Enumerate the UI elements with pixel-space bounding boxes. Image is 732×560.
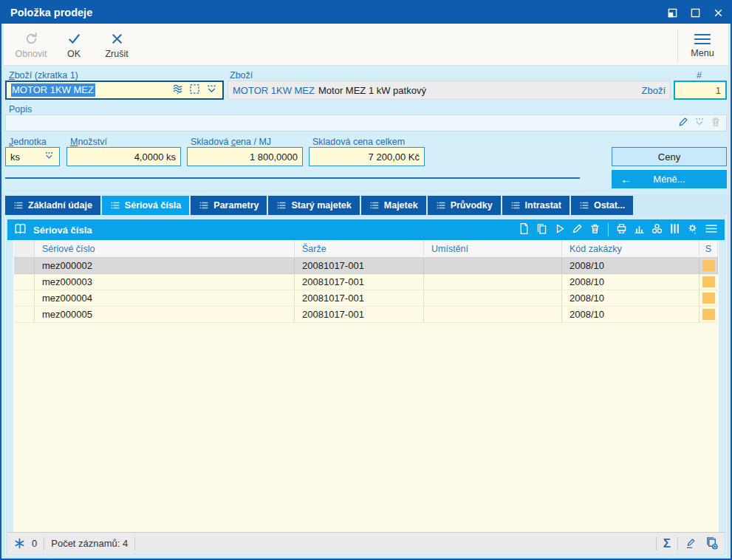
refresh-button[interactable]: Obnovit (10, 27, 52, 64)
row-selector-cell[interactable] (14, 258, 35, 274)
stock-layers-icon[interactable] (171, 83, 184, 98)
total-cost-value: 7 200,00 Kč (369, 151, 420, 163)
tab-ostatni[interactable]: Ostat... (571, 196, 633, 215)
status-divider (656, 537, 657, 550)
less-button[interactable]: ← Méně... (612, 170, 727, 188)
description-input[interactable] (5, 115, 727, 132)
description-dropdown-icon[interactable] (694, 116, 705, 130)
row-number-label: # (697, 70, 702, 81)
quick-edit-icon[interactable] (685, 537, 697, 550)
batch-cell[interactable]: 20081017-001 (295, 274, 424, 290)
tab-seriova-cisla[interactable]: Sériová čísla (102, 196, 189, 215)
edit-record-icon[interactable] (571, 222, 584, 237)
dock-window-icon[interactable] (666, 7, 679, 19)
status-cell[interactable] (699, 307, 718, 323)
table-row[interactable]: mez000005 20081017-001 2008/10 (14, 307, 718, 323)
location-cell[interactable] (424, 258, 562, 274)
unit-dropdown-icon[interactable] (44, 150, 55, 163)
settings-gear-icon[interactable] (686, 222, 699, 237)
serial-cell[interactable]: mez000003 (35, 274, 295, 290)
goods-abbr-input[interactable]: MOTOR 1KW MEZ (5, 81, 224, 100)
grid-menu-icon[interactable] (704, 222, 719, 237)
batch-cell[interactable]: 20081017-001 (295, 307, 424, 323)
order-cell[interactable]: 2008/10 (562, 258, 699, 274)
column-header-order[interactable]: Kód zakázky (562, 240, 699, 258)
table-row[interactable]: mez000004 20081017-001 2008/10 (14, 290, 718, 307)
grid-statusbar: 0 Počet záznamů: 4 Σ (7, 532, 725, 554)
record-count-text: Počet záznamů: 4 (51, 538, 128, 549)
tab-majetek[interactable]: Majetek (361, 196, 426, 215)
column-header-s[interactable]: S (699, 240, 718, 258)
run-icon[interactable] (553, 222, 566, 237)
sum-icon[interactable]: Σ (663, 537, 671, 550)
row-number-input[interactable]: 1 (674, 81, 727, 100)
column-header-batch[interactable]: Šarže (295, 240, 424, 258)
goods-code: MOTOR 1KW MEZ (233, 85, 315, 96)
marked-count: 0 (32, 538, 37, 549)
status-cell[interactable] (699, 274, 718, 290)
location-cell[interactable] (424, 307, 562, 323)
batch-cell[interactable]: 20081017-001 (295, 258, 424, 274)
delete-description-icon (710, 116, 722, 130)
edit-description-icon[interactable] (677, 116, 689, 130)
row-selector-cell[interactable] (14, 290, 35, 307)
batch-cell[interactable]: 20081017-001 (295, 290, 424, 307)
columns-icon[interactable] (668, 222, 681, 237)
column-header-location[interactable]: Umístění (424, 240, 562, 258)
hamburger-icon (693, 33, 712, 46)
goods-type-label[interactable]: Zboží (641, 85, 666, 96)
grid-header-bar: Sériová čísla (7, 219, 725, 240)
unit-select[interactable]: ks (5, 147, 60, 166)
unit-cost-input[interactable]: 1 800,0000 (187, 147, 303, 166)
serial-cell[interactable]: mez000004 (35, 290, 295, 307)
table-row[interactable]: mez000003 20081017-001 2008/10 (14, 274, 718, 290)
tab-pruvodky[interactable]: Průvodky (428, 196, 501, 215)
unit-cost-value: 1 800,0000 (250, 151, 298, 163)
new-record-icon[interactable] (518, 222, 530, 237)
titlebar[interactable]: Položka prodeje (1, 1, 731, 24)
location-cell[interactable] (424, 274, 562, 290)
vertical-scrollbar[interactable] (718, 240, 725, 532)
prices-button-label: Ceny (658, 151, 680, 163)
ok-button[interactable]: OK (52, 27, 95, 64)
copy-add-icon[interactable] (705, 536, 719, 550)
status-badge (702, 276, 715, 287)
order-cell[interactable]: 2008/10 (562, 290, 699, 307)
table-empty-area (14, 323, 718, 532)
total-cost-input[interactable]: 7 200,00 Kč (309, 147, 425, 166)
serial-cell[interactable]: mez000005 (35, 307, 295, 323)
relations-icon[interactable] (651, 222, 663, 237)
quantity-input[interactable]: 4,0000 ks (66, 147, 181, 166)
chart-icon[interactable] (633, 222, 646, 237)
row-selector-cell[interactable] (14, 307, 35, 323)
tab-stary-majetek[interactable]: Starý majetek (268, 196, 359, 215)
marked-records-icon[interactable] (13, 537, 26, 550)
order-cell[interactable]: 2008/10 (562, 274, 699, 290)
column-header-serial[interactable]: Sériové číslo (35, 240, 295, 258)
dropdown-icon[interactable] (205, 83, 218, 98)
tab-parametry[interactable]: Parametry (191, 196, 267, 215)
prices-button[interactable]: Ceny (612, 147, 727, 166)
tab-intrastat[interactable]: Intrastat (502, 196, 569, 215)
tab-zakladni-udaje[interactable]: Základní údaje (5, 196, 100, 215)
unit-label: Jednotka (9, 137, 47, 147)
print-icon[interactable] (615, 222, 628, 237)
status-cell[interactable] (699, 258, 718, 274)
copy-record-icon[interactable] (536, 222, 548, 237)
column-header-selector[interactable] (14, 240, 35, 258)
selection-box-icon[interactable] (188, 83, 201, 98)
close-icon[interactable] (712, 7, 725, 19)
cancel-button[interactable]: Zrušit (95, 27, 138, 64)
grid-icons-divider (608, 223, 609, 236)
serial-cell[interactable]: mez000002 (35, 258, 295, 274)
refresh-icon (24, 31, 39, 47)
window-title: Položka prodeje (10, 7, 666, 18)
maximize-icon[interactable] (689, 7, 702, 19)
delete-record-icon[interactable] (589, 222, 601, 237)
row-selector-cell[interactable] (14, 274, 35, 290)
table-row[interactable]: mez000002 20081017-001 2008/10 (14, 258, 718, 274)
menu-button[interactable]: Menu (681, 27, 724, 64)
location-cell[interactable] (424, 290, 562, 307)
order-cell[interactable]: 2008/10 (562, 307, 699, 323)
status-cell[interactable] (699, 290, 718, 307)
